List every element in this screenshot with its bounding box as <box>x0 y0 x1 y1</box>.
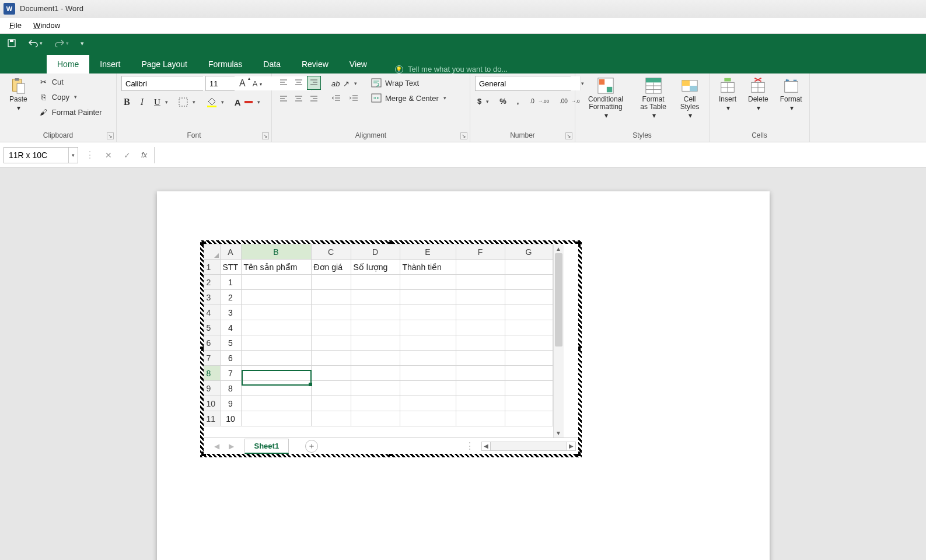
cell-G9[interactable] <box>505 381 553 396</box>
row-header-10[interactable]: 10 <box>204 396 220 411</box>
bold-button[interactable]: B <box>121 96 132 108</box>
row-header-2[interactable]: 2 <box>204 275 220 290</box>
cell-A10[interactable]: 9 <box>220 396 241 411</box>
cell-F2[interactable] <box>456 275 505 290</box>
clipboard-launcher[interactable]: ↘ <box>107 132 114 139</box>
cell-E6[interactable] <box>400 335 456 351</box>
italic-button[interactable]: I <box>138 96 146 108</box>
row-header-5[interactable]: 5 <box>204 320 220 335</box>
font-launcher[interactable]: ↘ <box>262 132 269 139</box>
cell-D8[interactable] <box>351 366 400 381</box>
cell-E3[interactable] <box>400 290 456 305</box>
conditional-formatting-button[interactable]: Conditional Formatting▾ <box>580 76 631 121</box>
sheet-tab-1[interactable]: Sheet1 <box>244 439 289 454</box>
tab-insert[interactable]: Insert <box>89 55 131 74</box>
format-as-table-button[interactable]: Format as Table▾ <box>634 76 673 121</box>
cell-B5[interactable] <box>241 320 311 335</box>
cell-D5[interactable] <box>351 320 400 335</box>
cell-B10[interactable] <box>241 396 311 411</box>
cell-E4[interactable] <box>400 305 456 320</box>
cell-C5[interactable] <box>311 320 351 335</box>
cell-A2[interactable]: 1 <box>220 275 241 290</box>
qat-save-button[interactable] <box>7 38 16 48</box>
row-header-7[interactable]: 7 <box>204 351 220 366</box>
qat-redo-button[interactable]: ▾ <box>54 39 69 47</box>
cell-D6[interactable] <box>351 335 400 351</box>
tab-home[interactable]: Home <box>47 55 89 74</box>
decrease-font-button[interactable]: A▾ <box>250 78 260 89</box>
cell-E2[interactable] <box>400 275 456 290</box>
horizontal-scrollbar[interactable]: ◀ ▶ <box>481 442 576 451</box>
cell-F9[interactable] <box>456 381 505 396</box>
cell-C10[interactable] <box>311 396 351 411</box>
alignment-launcher[interactable]: ↘ <box>460 132 467 139</box>
sheet-nav-prev[interactable]: ◀ <box>214 442 219 450</box>
row-header-6[interactable]: 6 <box>204 335 220 351</box>
cell-E1[interactable]: Thành tiền <box>400 260 456 275</box>
number-launcher[interactable]: ↘ <box>565 132 572 139</box>
col-header-G[interactable]: G <box>505 244 553 260</box>
cell-C11[interactable] <box>311 411 351 426</box>
cell-B8[interactable] <box>241 366 311 381</box>
font-color-button[interactable]: A▾ <box>232 96 263 108</box>
cell-G6[interactable] <box>505 335 553 351</box>
cell-B3[interactable] <box>241 290 311 305</box>
cell-F8[interactable] <box>456 366 505 381</box>
increase-decimal-button[interactable]: .0→.00 <box>527 97 551 106</box>
align-top-left[interactable] <box>277 76 291 90</box>
cell-C6[interactable] <box>311 335 351 351</box>
menu-window[interactable]: Window <box>27 19 66 32</box>
cell-A1[interactable]: STT <box>220 260 241 275</box>
fill-color-button[interactable]: ▾ <box>204 96 226 108</box>
cut-button[interactable]: ✂Cut <box>37 76 104 88</box>
number-format-input[interactable] <box>476 76 581 90</box>
row-header-4[interactable]: 4 <box>204 305 220 320</box>
spreadsheet-grid[interactable]: A B C D E F G 1STTTên sản phẩmĐơn giáSố … <box>204 244 553 426</box>
name-box-dropdown-icon[interactable]: ▾ <box>68 148 78 163</box>
row-header-3[interactable]: 3 <box>204 290 220 305</box>
tab-data[interactable]: Data <box>253 55 291 74</box>
cell-D10[interactable] <box>351 396 400 411</box>
borders-button[interactable]: ▾ <box>176 96 198 108</box>
cell-B4[interactable] <box>241 305 311 320</box>
sheet-footer-grip[interactable]: ⋮ <box>459 440 481 452</box>
scroll-up-icon[interactable]: ▲ <box>554 244 564 253</box>
cell-B6[interactable] <box>241 335 311 351</box>
font-name-combo[interactable]: ▾ <box>121 76 203 91</box>
col-header-B[interactable]: B <box>241 244 311 260</box>
cell-B11[interactable] <box>241 411 311 426</box>
cell-C9[interactable] <box>311 381 351 396</box>
paste-button[interactable]: Paste▾ <box>5 76 32 113</box>
cell-D7[interactable] <box>351 351 400 366</box>
format-painter-button[interactable]: 🖌Format Painter <box>37 106 104 118</box>
cell-G5[interactable] <box>505 320 553 335</box>
cell-F3[interactable] <box>456 290 505 305</box>
col-header-D[interactable]: D <box>351 244 400 260</box>
cell-styles-button[interactable]: Cell Styles▾ <box>675 76 704 121</box>
cell-F5[interactable] <box>456 320 505 335</box>
align-bottom-left[interactable] <box>277 91 291 105</box>
tab-view[interactable]: View <box>339 55 378 74</box>
cell-G4[interactable] <box>505 305 553 320</box>
cell-G1[interactable] <box>505 260 553 275</box>
cell-A7[interactable]: 6 <box>220 351 241 366</box>
col-header-E[interactable]: E <box>400 244 456 260</box>
orientation-button[interactable]: ab↗▾ <box>329 78 361 89</box>
sheet-nav-next[interactable]: ▶ <box>229 442 234 450</box>
percent-button[interactable]: % <box>497 96 509 107</box>
cell-A5[interactable]: 4 <box>220 320 241 335</box>
row-header-1[interactable]: 1 <box>204 260 220 275</box>
cell-A3[interactable]: 2 <box>220 290 241 305</box>
formula-input[interactable] <box>154 147 922 163</box>
tab-review[interactable]: Review <box>291 55 339 74</box>
fx-icon[interactable]: fx <box>139 150 149 159</box>
cell-A8[interactable]: 7 <box>220 366 241 381</box>
cell-G8[interactable] <box>505 366 553 381</box>
name-box-input[interactable] <box>4 150 68 160</box>
cell-F1[interactable] <box>456 260 505 275</box>
scroll-down-icon[interactable]: ▼ <box>554 428 564 438</box>
cell-B7[interactable] <box>241 351 311 366</box>
cell-F7[interactable] <box>456 351 505 366</box>
insert-cell-button[interactable]: Insert▾ <box>714 76 741 113</box>
cell-A9[interactable]: 8 <box>220 381 241 396</box>
